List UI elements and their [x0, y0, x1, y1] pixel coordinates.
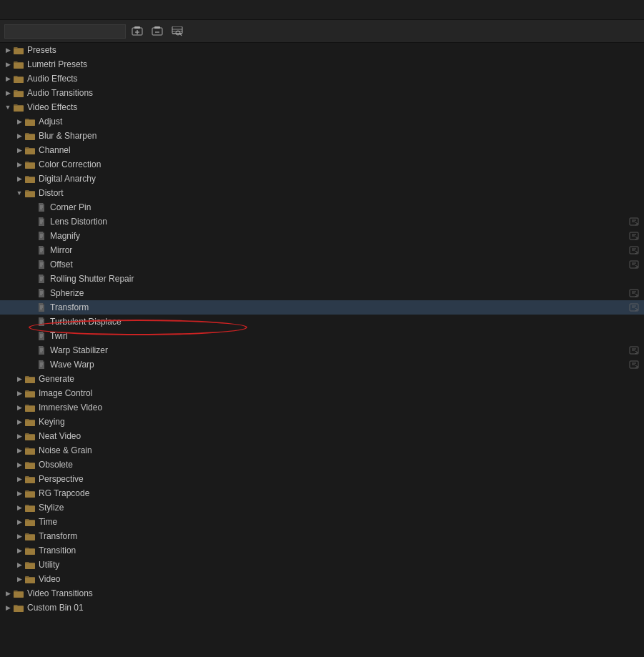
chevron-lumetri [3, 59, 13, 69]
tree-item-stylize[interactable]: Stylize [0, 500, 644, 515]
folder-icon-video [24, 575, 36, 583]
chevron-video-effects [3, 102, 13, 112]
tree-item-immersive-video[interactable]: Immersive Video [0, 400, 644, 415]
effect-icon-turbulent-displace [36, 317, 47, 326]
tree-item-keying[interactable]: Keying [0, 415, 644, 429]
folder-icon-presets [13, 46, 24, 54]
chevron-video-transitions [3, 588, 13, 598]
item-label-video-effects: Video Effects [27, 102, 640, 112]
item-label-transition: Transition [39, 545, 640, 555]
accel-icon-wave-warp [628, 360, 640, 370]
tree-item-utility[interactable]: Utility [0, 558, 644, 572]
folder-icon-keying [24, 418, 36, 426]
tree-item-channel[interactable]: Channel [0, 143, 644, 157]
tree-item-custom-bin[interactable]: Custom Bin 01 [0, 601, 644, 615]
chevron-distort [14, 188, 24, 198]
tree-item-obsolete[interactable]: Obsolete [0, 458, 644, 472]
tree-item-adjust[interactable]: Adjust [0, 114, 644, 129]
item-label-video: Video [39, 574, 640, 584]
folder-icon-image-control [24, 389, 36, 397]
find-button[interactable] [169, 25, 186, 38]
item-label-distort: Distort [39, 188, 640, 198]
panel-header [0, 0, 644, 20]
item-label-time: Time [39, 517, 640, 527]
tree-item-offset[interactable]: ▶ Offset [0, 257, 644, 272]
item-label-magnify: Magnify [50, 231, 628, 241]
item-label-spherize: Spherize [50, 288, 628, 298]
item-label-transform2: Transform [39, 531, 640, 541]
tree-item-time[interactable]: Time [0, 515, 644, 529]
tree-item-video[interactable]: Video [0, 572, 644, 586]
effect-icon-spherize [36, 289, 47, 297]
tree-item-noise-grain[interactable]: Noise & Grain [0, 443, 644, 458]
tree-item-twirl[interactable]: ▶ Twirl [0, 329, 644, 343]
chevron-custom-bin [3, 603, 13, 613]
folder-icon-lumetri [13, 60, 24, 69]
tree-item-lens-distortion[interactable]: ▶ Lens Distortion [0, 214, 644, 229]
item-label-audio-transitions: Audio Transitions [27, 88, 640, 98]
folder-icon-video-effects [13, 103, 24, 112]
effects-tree: Presets Lumetri Presets Audio Effects Au… [0, 43, 644, 657]
tree-item-blur-sharpen[interactable]: Blur & Sharpen [0, 129, 644, 143]
folder-icon-immersive-video [24, 403, 36, 412]
chevron-stylize [14, 503, 24, 513]
tree-item-presets[interactable]: Presets [0, 43, 644, 57]
tree-item-magnify[interactable]: ▶ Magnify [0, 229, 644, 243]
folder-icon-obsolete [24, 460, 36, 469]
folder-icon-audio-effects [13, 74, 24, 83]
folder-icon-video-transitions [13, 589, 24, 598]
new-bin-button[interactable] [129, 25, 146, 38]
tree-item-turbulent-displace[interactable]: ▶ Turbulent Displace [0, 315, 644, 329]
tree-item-spherize[interactable]: ▶ Spherize [0, 286, 644, 300]
tree-item-neat-video[interactable]: Neat Video [0, 429, 644, 443]
item-label-digital-anarchy: Digital Anarchy [39, 174, 640, 184]
effect-icon-wave-warp [36, 360, 47, 369]
tree-item-rg-trapcode[interactable]: RG Trapcode [0, 486, 644, 500]
chevron-rg-trapcode [14, 488, 24, 498]
folder-icon-blur-sharpen [24, 132, 36, 140]
tree-item-wave-warp[interactable]: ▶ Wave Warp [0, 357, 644, 372]
item-label-image-control: Image Control [39, 388, 640, 398]
effect-icon-corner-pin [36, 203, 47, 212]
tree-item-color-correction[interactable]: Color Correction [0, 157, 644, 172]
item-label-channel: Channel [39, 145, 640, 155]
delete-bin-button[interactable] [149, 25, 166, 38]
svg-rect-7 [172, 26, 182, 34]
tree-item-generate[interactable]: Generate [0, 372, 644, 386]
item-label-neat-video: Neat Video [39, 431, 640, 441]
folder-icon-custom-bin [13, 603, 24, 612]
folder-icon-stylize [24, 503, 36, 512]
tree-item-video-effects[interactable]: Video Effects [0, 100, 644, 114]
tree-item-lumetri[interactable]: Lumetri Presets [0, 57, 644, 71]
tree-item-corner-pin[interactable]: ▶ Corner Pin [0, 200, 644, 214]
tree-item-distort[interactable]: Distort [0, 186, 644, 200]
chevron-immersive-video [14, 402, 24, 413]
tree-item-mirror[interactable]: ▶ Mirror [0, 243, 644, 257]
tree-item-transform[interactable]: ▶ Transform [0, 300, 644, 315]
tree-item-digital-anarchy[interactable]: Digital Anarchy [0, 172, 644, 186]
item-label-offset: Offset [50, 260, 628, 270]
chevron-blur-sharpen [14, 131, 24, 141]
chevron-adjust [14, 117, 24, 127]
search-input[interactable] [4, 24, 126, 39]
tree-item-warp-stabilizer[interactable]: ▶ Warp Stabilizer [0, 343, 644, 357]
item-label-rolling-shutter: Rolling Shutter Repair [50, 274, 640, 284]
tree-item-rolling-shutter[interactable]: ▶ Rolling Shutter Repair [0, 272, 644, 286]
item-label-twirl: Twirl [50, 331, 640, 341]
folder-icon-channel [24, 146, 36, 154]
item-label-lumetri: Lumetri Presets [27, 59, 640, 69]
chevron-color-correction [14, 159, 24, 169]
tree-item-audio-transitions[interactable]: Audio Transitions [0, 86, 644, 100]
item-label-corner-pin: Corner Pin [50, 202, 640, 212]
tree-item-image-control[interactable]: Image Control [0, 386, 644, 400]
chevron-keying [14, 417, 24, 427]
folder-icon-color-correction [24, 160, 36, 169]
effect-icon-rolling-shutter [36, 275, 47, 283]
tree-item-video-transitions[interactable]: Video Transitions [0, 586, 644, 601]
tree-item-transform2[interactable]: Transform [0, 529, 644, 543]
tree-item-audio-effects[interactable]: Audio Effects [0, 71, 644, 86]
item-label-turbulent-displace: Turbulent Displace [50, 317, 640, 327]
tree-item-perspective[interactable]: Perspective [0, 472, 644, 486]
tree-item-transition[interactable]: Transition [0, 543, 644, 558]
item-label-noise-grain: Noise & Grain [39, 445, 640, 455]
